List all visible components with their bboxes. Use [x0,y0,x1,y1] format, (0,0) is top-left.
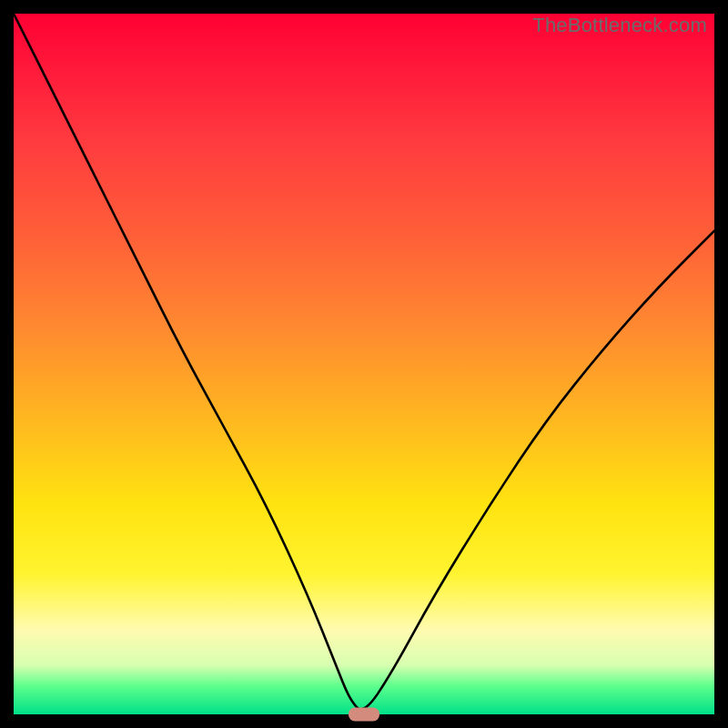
minimum-marker [349,708,379,722]
curve-path [14,14,714,709]
chart-frame: TheBottleneck.com [0,0,728,728]
bottleneck-curve [14,14,714,714]
plot-area: TheBottleneck.com [14,14,714,714]
